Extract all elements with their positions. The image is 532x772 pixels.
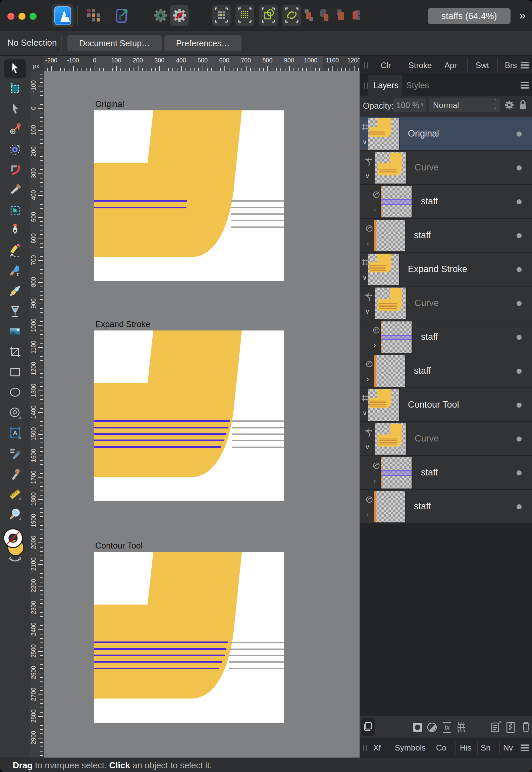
tab-layers[interactable]: Layers — [368, 75, 402, 96]
toolbar-overflow-chevron[interactable]: » — [519, 9, 526, 22]
preferences-button[interactable]: Preferences… — [164, 35, 242, 51]
artboard-contour-tool[interactable] — [94, 552, 284, 723]
snap-curves-button[interactable] — [282, 5, 301, 26]
artboard-tool[interactable] — [4, 80, 26, 98]
point-transform-tool[interactable] — [4, 120, 26, 139]
layer-row-staff[interactable]: ›staff — [360, 354, 532, 388]
layer-row-staff[interactable]: ›staff — [360, 219, 532, 253]
layer-thumbnail[interactable] — [374, 491, 405, 522]
chevron-expanded-icon[interactable]: ∨ — [362, 273, 367, 281]
tab-navigator[interactable]: Nv — [503, 743, 513, 753]
tab-constraints[interactable]: Co — [436, 743, 446, 753]
studio-menu-icon[interactable] — [521, 62, 529, 68]
pen-tool[interactable] — [4, 221, 26, 240]
layer-thumbnail[interactable] — [381, 457, 412, 488]
knife-tool[interactable] — [4, 181, 26, 200]
contour-tool[interactable] — [4, 141, 26, 159]
export-persona-button[interactable] — [113, 5, 131, 26]
selection-brush-tool[interactable] — [4, 201, 26, 220]
transparency-tool[interactable] — [4, 303, 26, 321]
layer-thumbnail[interactable] — [374, 355, 405, 387]
frame-text-tool[interactable]: A — [4, 424, 26, 443]
live-filter-button[interactable] — [454, 718, 468, 736]
tab-swatches[interactable]: Swt — [476, 61, 489, 70]
layer-visibility-dot[interactable] — [517, 165, 522, 170]
layer-row-expand-stroke[interactable]: ∨Expand Stroke — [360, 253, 532, 287]
move-tool[interactable] — [4, 59, 26, 78]
artboard-original[interactable] — [94, 110, 284, 281]
zoom-window-button[interactable] — [30, 13, 37, 20]
artboard-label[interactable]: Contour Tool — [95, 541, 143, 551]
edit-all-layers-button[interactable] — [361, 718, 375, 736]
style-picker-tool[interactable] — [4, 445, 26, 463]
chevron-collapsed-icon[interactable]: › — [367, 511, 369, 518]
vertical-ruler[interactable]: -100010020030040050060070080090010001100… — [30, 71, 43, 758]
delete-layer-button[interactable] — [519, 718, 532, 736]
layer-row-original[interactable]: ∨Original — [360, 117, 532, 151]
chevron-collapsed-icon[interactable]: › — [367, 375, 369, 383]
layer-row-staff[interactable]: ›staff — [360, 456, 532, 490]
tab-colour[interactable]: Clr — [381, 61, 391, 70]
layer-row-contour-tool[interactable]: ∨Contour Tool — [360, 388, 532, 422]
layer-visibility-dot[interactable] — [517, 470, 522, 475]
layer-visibility-dot[interactable] — [517, 403, 522, 408]
designer-persona-button[interactable] — [52, 4, 73, 27]
ellipse-tool[interactable] — [4, 383, 26, 402]
layer-thumbnail[interactable] — [368, 389, 399, 421]
measure-tool[interactable] — [4, 485, 26, 504]
rectangle-tool[interactable] — [4, 363, 26, 382]
layer-thumbnail[interactable] — [375, 423, 406, 455]
gear-enabled-button[interactable] — [152, 5, 170, 26]
add-layer-button[interactable] — [489, 718, 503, 736]
layer-row-curve[interactable]: ∨Curve — [360, 422, 532, 456]
move-backward-button[interactable] — [333, 5, 348, 26]
chevron-collapsed-icon[interactable]: › — [367, 240, 369, 247]
gradient-tool[interactable] — [4, 282, 26, 301]
bottom-menu-icon[interactable] — [521, 744, 529, 751]
chevron-collapsed-icon[interactable]: › — [374, 477, 376, 484]
color-picker-tool[interactable] — [4, 465, 26, 483]
tab-appearance[interactable]: Apr — [444, 61, 457, 70]
layer-visibility-dot[interactable] — [517, 301, 522, 306]
close-window-button[interactable] — [7, 13, 14, 20]
layer-settings-gear-icon[interactable] — [504, 99, 515, 112]
panel-grip[interactable] — [363, 745, 368, 751]
adjustment-layer-button[interactable] — [425, 718, 439, 736]
node-tool[interactable] — [4, 100, 26, 119]
artboard-label[interactable]: Original — [95, 99, 124, 109]
chevron-expanded-icon[interactable]: ∨ — [365, 172, 370, 180]
chevron-collapsed-icon[interactable]: › — [374, 341, 376, 349]
layer-visibility-dot[interactable] — [517, 504, 522, 509]
layer-effects-button[interactable]: fx — [440, 718, 454, 736]
vector-brush-tool[interactable] — [4, 262, 26, 281]
chevron-collapsed-icon[interactable]: › — [374, 206, 376, 213]
layer-thumbnail[interactable] — [375, 288, 406, 319]
layers-menu-icon[interactable] — [521, 82, 529, 89]
layer-thumbnail[interactable] — [381, 321, 412, 353]
mask-layer-button[interactable] — [411, 718, 425, 736]
layer-thumbnail[interactable] — [368, 118, 399, 150]
tab-snapshots[interactable]: Sn — [481, 743, 490, 753]
canvas[interactable]: OriginalExpand StrokeContour Tool — [43, 71, 360, 758]
layer-thumbnail[interactable] — [368, 254, 399, 285]
document-title[interactable]: staffs (64.4%) — [428, 8, 511, 24]
chevron-expanded-icon[interactable]: ∨ — [362, 138, 367, 146]
add-pixel-layer-button[interactable] — [503, 718, 518, 736]
pixel-persona-button[interactable] — [84, 5, 103, 26]
layer-row-staff[interactable]: ›staff — [360, 320, 532, 354]
zoom-tool[interactable] — [4, 505, 26, 524]
horizontal-ruler[interactable]: -200-10001002003004005006007008009001000… — [30, 56, 360, 71]
gear-disabled-button[interactable] — [170, 5, 189, 26]
layer-visibility-dot[interactable] — [517, 369, 522, 374]
layer-visibility-dot[interactable] — [517, 199, 522, 204]
document-setup-button[interactable]: Document Setup… — [67, 35, 162, 51]
layer-visibility-dot[interactable] — [517, 335, 522, 340]
artboard-expand-stroke[interactable] — [94, 330, 284, 501]
opacity-value[interactable]: 100 % ∨ — [393, 98, 426, 112]
chevron-expanded-icon[interactable]: ∨ — [362, 409, 367, 417]
tab-brushes[interactable]: Brs — [505, 61, 517, 70]
layer-visibility-dot[interactable] — [517, 132, 522, 137]
layer-row-curve[interactable]: ∨Curve — [360, 287, 532, 320]
lock-icon[interactable] — [519, 99, 527, 112]
minimize-window-button[interactable] — [18, 13, 25, 20]
